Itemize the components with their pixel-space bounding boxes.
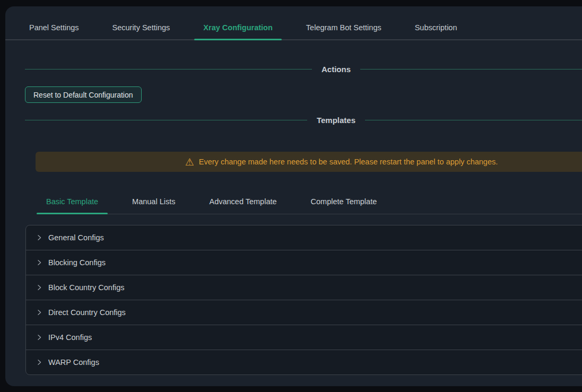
subtab-advanced-template[interactable]: Advanced Template bbox=[199, 191, 286, 214]
divider-line bbox=[360, 69, 582, 69]
accordion-item-label: IPv4 Configs bbox=[48, 333, 92, 342]
tab-panel-settings[interactable]: Panel Settings bbox=[20, 16, 88, 39]
divider-line bbox=[365, 120, 582, 120]
accordion-item-general-configs[interactable]: General Configs bbox=[26, 225, 582, 250]
reset-to-default-button[interactable]: Reset to Default Configuration bbox=[25, 86, 142, 103]
tab-security-settings[interactable]: Security Settings bbox=[103, 16, 179, 39]
accordion-item-block-country-configs[interactable]: Block Country Configs bbox=[26, 275, 582, 300]
main-tab-bar: Panel Settings Security Settings Xray Co… bbox=[5, 6, 582, 40]
warning-icon: ⚠ bbox=[185, 157, 194, 167]
template-tab-bar: Basic Template Manual Lists Advanced Tem… bbox=[37, 191, 582, 214]
chevron-right-icon bbox=[36, 259, 42, 266]
tab-subscription[interactable]: Subscription bbox=[406, 16, 466, 39]
accordion-item-label: WARP Configs bbox=[48, 358, 99, 367]
chevron-right-icon bbox=[36, 334, 42, 341]
accordion-item-warp-configs[interactable]: WARP Configs bbox=[26, 350, 582, 374]
actions-divider-title: Actions bbox=[322, 65, 351, 74]
tab-xray-configuration[interactable]: Xray Configuration bbox=[194, 16, 282, 39]
divider-line bbox=[25, 120, 307, 120]
templates-divider: Templates bbox=[25, 115, 582, 125]
subtab-manual-lists[interactable]: Manual Lists bbox=[123, 191, 185, 214]
warning-alert: ⚠ Every change made here needs to be sav… bbox=[36, 152, 582, 172]
accordion-item-label: Block Country Configs bbox=[48, 283, 124, 292]
templates-divider-title: Templates bbox=[317, 116, 355, 125]
warning-alert-text: Every change made here needs to be saved… bbox=[199, 158, 498, 166]
subtab-complete-template[interactable]: Complete Template bbox=[301, 191, 387, 214]
accordion-item-label: Direct Country Configs bbox=[48, 308, 126, 317]
chevron-right-icon bbox=[36, 359, 42, 365]
divider-line bbox=[25, 69, 312, 69]
chevron-right-icon bbox=[36, 309, 42, 316]
accordion-item-ipv4-configs[interactable]: IPv4 Configs bbox=[26, 325, 582, 350]
accordion-item-label: General Configs bbox=[48, 233, 104, 242]
accordion-item-blocking-configs[interactable]: Blocking Configs bbox=[26, 250, 582, 275]
accordion-item-label: Blocking Configs bbox=[48, 258, 106, 267]
chevron-right-icon bbox=[36, 234, 42, 241]
tab-telegram-bot-settings[interactable]: Telegram Bot Settings bbox=[297, 16, 390, 39]
config-accordion: General Configs Blocking Configs Block C… bbox=[25, 225, 582, 375]
chevron-right-icon bbox=[36, 284, 42, 291]
subtab-basic-template[interactable]: Basic Template bbox=[37, 191, 108, 214]
settings-card: Panel Settings Security Settings Xray Co… bbox=[5, 6, 582, 386]
accordion-item-direct-country-configs[interactable]: Direct Country Configs bbox=[26, 300, 582, 325]
actions-divider: Actions bbox=[25, 64, 582, 74]
tab-content: Actions Reset to Default Configuration T… bbox=[5, 64, 582, 375]
